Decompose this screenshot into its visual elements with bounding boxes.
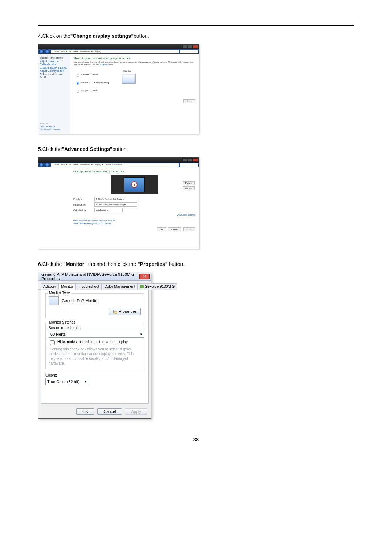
size-option-smaller[interactable]: Smaller - 100% <box>74 72 109 78</box>
display-label: Display: <box>73 198 90 201</box>
address-bar: Control Panel ► All Control Panel Items … <box>38 163 199 167</box>
step5-bold: "Advanced Settings" <box>62 146 112 152</box>
monitor-name: Generic PnP Monitor <box>62 299 99 303</box>
cancel-button[interactable]: Cancel <box>97 408 122 415</box>
step6-bold-monitor: "Monitor" <box>63 261 87 267</box>
nvidia-icon <box>140 285 144 288</box>
detect-button[interactable]: Detect <box>183 181 195 185</box>
sidebar-item-change-display-settings[interactable]: Change display settings <box>40 66 68 69</box>
svg-rect-1 <box>114 311 117 313</box>
sidebar-item-adjust-cleartype[interactable]: Adjust ClearType text <box>40 70 68 72</box>
ok-button[interactable]: OK <box>157 227 167 231</box>
apply-button[interactable]: Apply <box>183 99 195 103</box>
size-option-larger[interactable]: Larger - 150% <box>74 88 109 94</box>
hide-modes-hint: Clearing this check box allows you to se… <box>49 347 141 366</box>
monitor-icon <box>49 296 59 305</box>
tab-monitor[interactable]: Monitor <box>58 283 75 290</box>
chevron-down-icon: ▼ <box>140 333 143 336</box>
tab-geforce[interactable]: GeForce 9100M G <box>138 283 177 290</box>
step5-suffix: button. <box>113 146 128 152</box>
maximize-icon[interactable] <box>188 45 193 49</box>
sidebar-item-custom-text-size[interactable]: Set custom text size (DPI) <box>40 73 68 78</box>
forward-icon[interactable] <box>45 163 49 167</box>
back-icon[interactable] <box>39 163 44 167</box>
monitor-number-icon: 1 <box>131 181 138 188</box>
preview-label: Preview <box>122 70 136 72</box>
identify-button[interactable]: Identify <box>183 186 195 190</box>
orientation-label: Orientation: <box>73 209 90 212</box>
refresh-rate-select[interactable]: 60 Hertz ▼ <box>49 331 144 338</box>
back-icon[interactable] <box>39 49 44 54</box>
see-also-header: See also <box>40 123 68 125</box>
monitor-preview[interactable]: 1 <box>111 175 158 194</box>
dialog-title: Generic PnP Monitor and NVIDIA GeForce 9… <box>41 272 139 281</box>
maximize-icon[interactable] <box>188 158 193 162</box>
refresh-rate-label: Screen refresh rate: <box>49 326 141 330</box>
properties-icon <box>113 309 117 314</box>
close-icon[interactable] <box>193 45 198 49</box>
resolution-select[interactable]: 1920 × 1080 (recommended) ▾ <box>94 202 137 207</box>
magnifier-link[interactable]: Magnifier <box>99 63 109 66</box>
sidebar-home[interactable]: Control Panel Home <box>40 57 68 59</box>
preview-thumbnail <box>122 74 136 84</box>
monitor-type-group: Monitor Type Generic PnP Monitor Propert… <box>45 293 144 318</box>
page-number: 38 <box>38 437 354 442</box>
resolution-heading: Change the appearance of your display <box>73 170 195 173</box>
breadcrumb[interactable]: Control Panel ► All Control Panel Items … <box>51 163 179 167</box>
forward-icon[interactable] <box>45 49 49 54</box>
resolution-label: Resolution: <box>73 204 90 206</box>
close-icon[interactable]: ✕ <box>139 274 150 279</box>
tab-color-management[interactable]: Color Management <box>102 283 138 290</box>
step6-bold-properties: "Properties" <box>138 261 168 267</box>
hide-modes-checkbox[interactable] <box>50 340 55 345</box>
chevron-down-icon: ▼ <box>84 380 87 383</box>
advanced-settings-link[interactable]: Advanced settings <box>73 214 195 216</box>
see-also-devices[interactable]: Devices and Printers <box>40 128 68 131</box>
step4-bold: "Change display settings" <box>70 33 134 39</box>
link-which-settings[interactable]: What display settings should I choose? <box>73 222 195 225</box>
window-titlebar <box>38 157 199 163</box>
tab-troubleshoot[interactable]: Troubleshoot <box>75 283 102 290</box>
step4-prefix: 4.Ckick on the <box>38 33 70 39</box>
cancel-button[interactable]: Cancel <box>168 227 181 231</box>
step4-suffix: button. <box>134 33 149 39</box>
monitor-settings-group: Monitor Settings Screen refresh rate: 60… <box>45 323 144 369</box>
step-5-text: 5.Click the"Advanced Settings"button. <box>38 146 354 152</box>
search-input[interactable] <box>180 163 198 167</box>
colors-select[interactable]: True Color (32 bit) ▼ <box>45 378 89 385</box>
display-heading: Make it easier to read what's on your sc… <box>74 57 195 60</box>
screenshot-monitor-properties: Generic PnP Monitor and NVIDIA GeForce 9… <box>38 272 151 419</box>
ok-button[interactable]: OK <box>76 408 94 415</box>
properties-button[interactable]: Properties <box>109 308 141 315</box>
minimize-icon[interactable] <box>182 45 187 49</box>
breadcrumb[interactable]: Control Panel ► All Control Panel Items … <box>51 50 179 53</box>
screenshot-display-settings: Control Panel ► All Control Panel Items … <box>38 44 199 134</box>
address-bar: Control Panel ► All Control Panel Items … <box>38 49 199 54</box>
tab-adapter[interactable]: Adapter <box>41 283 58 290</box>
see-also-personalization[interactable]: Personalization <box>40 126 68 128</box>
orientation-select[interactable]: Landscape ▾ <box>94 208 123 212</box>
sidebar-item-adjust-resolution[interactable]: Adjust resolution <box>40 60 68 62</box>
screenshot-screen-resolution: Control Panel ► All Control Panel Items … <box>38 157 199 249</box>
step-6-text: 6.Click the "Monitor" tab and then click… <box>38 261 354 267</box>
hide-modes-label: Hide modes that this monitor cannot disp… <box>57 340 128 344</box>
display-select[interactable]: 1. Nvidia Default Flat Panel ▾ <box>94 197 137 201</box>
search-input[interactable] <box>180 50 198 53</box>
dialog-titlebar: Generic PnP Monitor and NVIDIA GeForce 9… <box>38 272 151 281</box>
step-4-text: 4.Ckick on the"Change display settings"b… <box>38 33 354 39</box>
step5-prefix: 5.Click the <box>38 146 62 152</box>
colors-label: Colors: <box>45 373 144 377</box>
dialog-tabs: Adapter Monitor Troubleshoot Color Manag… <box>38 281 151 290</box>
sidebar-item-calibrate-color[interactable]: Calibrate color <box>40 63 68 66</box>
apply-button[interactable]: Apply <box>183 227 195 231</box>
close-icon[interactable] <box>193 158 198 162</box>
apply-button: Apply <box>125 408 147 415</box>
minimize-icon[interactable] <box>182 158 187 162</box>
display-description: You can change the size of text and othe… <box>74 61 195 66</box>
size-option-medium[interactable]: Medium - 125% (default) <box>74 80 109 86</box>
link-text-size[interactable]: Make text and other items larger or smal… <box>73 219 195 222</box>
window-titlebar <box>38 44 199 49</box>
